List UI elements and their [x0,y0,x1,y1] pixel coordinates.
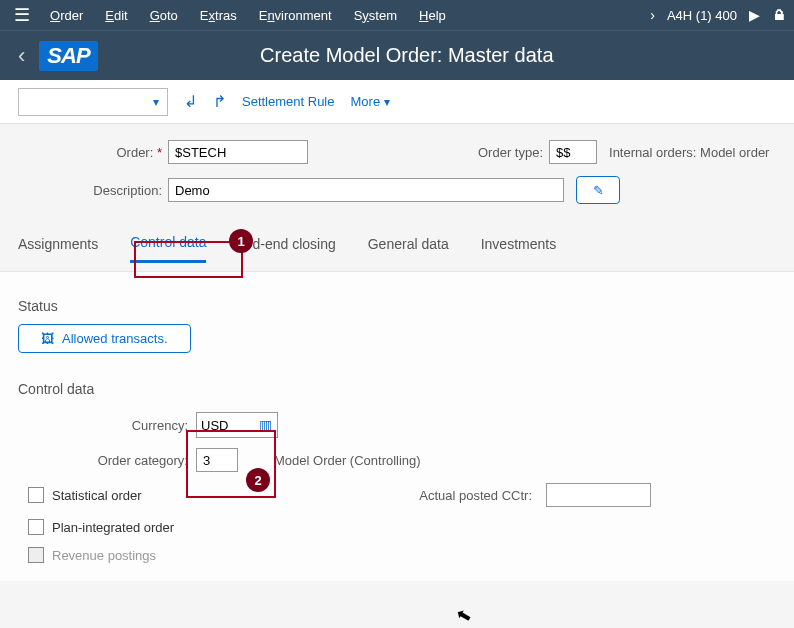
top-menu-bar: ☰ Order Edit Goto Extras Environment Sys… [0,0,794,30]
order-input[interactable] [168,140,308,164]
posted-cctr-label: Actual posted CCtr: [419,488,532,503]
menu-help[interactable]: Help [411,4,454,27]
description-label: Description: [18,183,168,198]
menu-goto[interactable]: Goto [142,4,186,27]
title-bar: ‹ SAP Create Model Order: Master data [0,30,794,80]
tab-panel: Status 🖼︎ Allowed transacts. Control dat… [0,272,794,581]
menu-environment[interactable]: Environment [251,4,340,27]
tab-strip: Assignments Control data Prd-end closing… [0,210,794,263]
export-icon[interactable]: ↲ [184,92,197,111]
statistical-order-label: Statistical order [52,488,142,503]
pencil-icon: ✎ [593,183,604,198]
category-input[interactable] [196,448,238,472]
tab-prd-end-closing[interactable]: Prd-end closing [238,234,335,263]
currency-input[interactable] [197,413,253,437]
tab-assignments[interactable]: Assignments [18,234,98,263]
revenue-postings-label: Revenue postings [52,548,156,563]
image-icon: 🖼︎ [41,331,54,346]
chevron-right-icon[interactable]: › [650,7,655,23]
chevron-down-icon: ▾ [384,95,390,109]
value-help-icon[interactable]: ▥ [253,417,277,433]
order-type-input[interactable] [549,140,597,164]
currency-label: Currency: [18,418,196,433]
more-menu[interactable]: More ▾ [351,94,391,109]
category-desc: Model Order (Controlling) [274,453,421,468]
cursor-icon: ⬉ [453,602,473,627]
order-type-label: Order type: [478,145,549,160]
menu-extras[interactable]: Extras [192,4,245,27]
chevron-down-icon: ▾ [153,95,159,109]
description-input[interactable] [168,178,564,202]
system-id: A4H (1) 400 [667,8,737,23]
menu-system[interactable]: System [346,4,405,27]
content-area: Order: * Order type: Internal orders: Mo… [0,124,794,581]
play-forward-icon[interactable]: ▶ [749,7,760,23]
tab-investments[interactable]: Investments [481,234,556,263]
order-label: Order: * [18,145,168,160]
order-type-desc: Internal orders: Model order [609,145,769,160]
edit-description-button[interactable]: ✎ [576,176,620,204]
plan-integrated-label: Plan-integrated order [52,520,174,535]
allowed-transacts-button[interactable]: 🖼︎ Allowed transacts. [18,324,191,353]
posted-cctr-input[interactable] [546,483,651,507]
tab-general-data[interactable]: General data [368,234,449,263]
toolbar-dropdown[interactable]: ▾ [18,88,168,116]
menu-edit[interactable]: Edit [97,4,135,27]
plan-integrated-checkbox[interactable] [28,519,44,535]
lock-icon[interactable]: 🔒︎ [772,7,786,23]
revenue-postings-checkbox [28,547,44,563]
page-title: Create Model Order: Master data [38,44,776,67]
back-icon[interactable]: ‹ [18,43,25,69]
settlement-rule-link[interactable]: Settlement Rule [242,94,335,109]
tab-control-data[interactable]: Control data [130,234,206,263]
statistical-order-checkbox[interactable] [28,487,44,503]
app-toolbar: ▾ ↲ ↱ Settlement Rule More ▾ [0,80,794,124]
menu-icon[interactable]: ☰ [8,4,36,26]
menu-order[interactable]: Order [42,4,91,27]
status-section-title: Status [18,298,776,314]
category-label: Order category: [18,453,196,468]
currency-field[interactable]: ▥ [196,412,278,438]
control-section-title: Control data [18,381,776,397]
upload-icon[interactable]: ↱ [213,92,226,111]
